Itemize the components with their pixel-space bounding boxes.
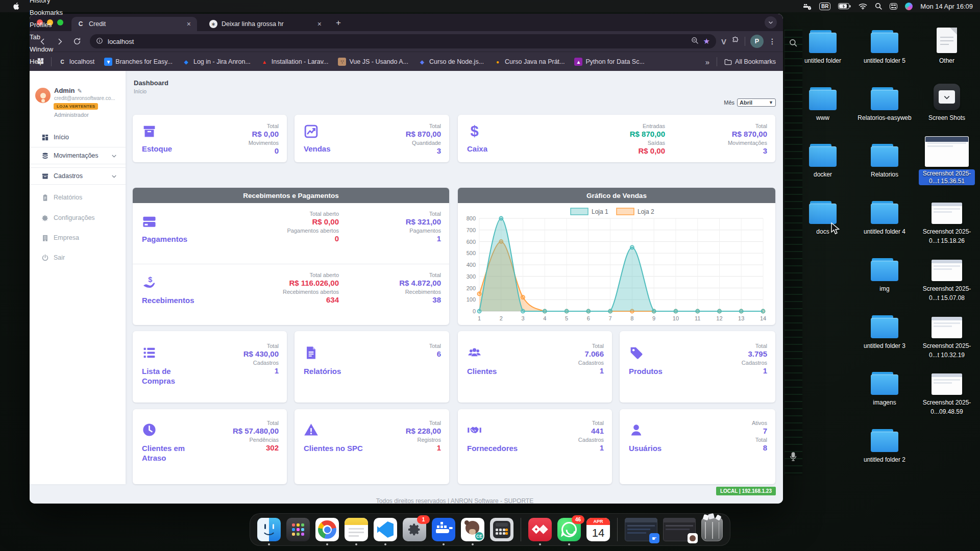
control-center-icon[interactable] [890, 3, 897, 10]
month-select[interactable]: Abril▼ [737, 98, 776, 107]
sidebar-item-empresa[interactable]: Empresa [30, 229, 126, 246]
row-pagamentos[interactable]: PagamentosTotal abertoR$ 0,00Pagamentos … [133, 203, 449, 264]
siri-icon[interactable] [905, 3, 913, 10]
dock-whatsapp[interactable]: 46 [557, 518, 581, 541]
bookmarks-overflow-chevron[interactable]: » [705, 58, 709, 66]
spotlight-search-icon[interactable] [875, 3, 882, 10]
menubar-item-history[interactable]: History [24, 0, 68, 6]
sidebar-item-cadastros[interactable]: Cadastros [30, 167, 126, 185]
bookmark-python-for-data-sc-[interactable]: ▲Python for Data Sc... [574, 58, 644, 66]
input-source-indicator[interactable]: BR [819, 3, 830, 10]
dock-notes[interactable] [345, 518, 368, 541]
close-tab-icon[interactable]: × [186, 20, 192, 28]
reload-button[interactable] [69, 34, 85, 49]
dock-vscode[interactable] [374, 518, 397, 541]
dock-launchpad[interactable] [286, 518, 310, 541]
zoom-icon[interactable] [691, 37, 699, 46]
menubar-item-help[interactable]: Help [24, 55, 68, 67]
menu-dots-icon[interactable]: ⋮ [769, 39, 776, 44]
bookmark-installation-larav-[interactable]: ▲Installation - Larav... [260, 58, 329, 66]
desktop-icon-untitled-folder-2[interactable]: untitled folder 2 [856, 425, 913, 464]
apple-menu-icon[interactable] [7, 0, 24, 12]
card-estoque[interactable]: EstoqueTotalR$ 0,00Movimentos0 [133, 115, 287, 162]
desktop-icon-other[interactable]: Other [919, 27, 975, 65]
dock-calendar[interactable]: APR14 [586, 518, 610, 541]
card-clientes-em-atraso[interactable]: Clientes em AtrasoTotalR$ 57.480,00Pendê… [133, 409, 287, 484]
bookmark-curso-de-node-js-[interactable]: ◈Curso de Node.js... [418, 58, 484, 66]
tab-search-button[interactable] [765, 16, 777, 29]
docker-menu-icon[interactable]: ! [803, 3, 812, 10]
close-tab-icon[interactable]: × [316, 20, 323, 28]
menubar-item-tab[interactable]: Tab [24, 31, 68, 43]
card-clientes-no-spc[interactable]: Clientes no SPCTotalR$ 228,00Registros1 [295, 409, 449, 484]
dock-finder[interactable] [257, 518, 281, 541]
dock-trash[interactable] [701, 518, 723, 541]
folder-icon [795, 84, 851, 110]
dock-settings[interactable]: 1 [403, 518, 426, 541]
edit-pencil-icon[interactable]: ✎ [77, 88, 82, 94]
sidebar-item-configura-es[interactable]: Configurações [30, 209, 126, 227]
desktop-icon-screenshot-2025-0-t-15-07-08[interactable]: Screenshot 2025-0...t 15.07.08 [919, 255, 975, 302]
desktop-icon-untitled-folder-4[interactable]: untitled folder 4 [856, 197, 913, 236]
site-info-icon[interactable] [96, 37, 103, 46]
sidebar-item-sair[interactable]: Sair [30, 249, 126, 266]
battery-icon[interactable] [838, 3, 851, 10]
bookmark-curso-java-na-pr-t-[interactable]: ●Curso Java na Prát... [494, 58, 565, 66]
sidebar-item-movimenta-es[interactable]: Movimentações [30, 147, 126, 164]
dock-anydesk[interactable] [528, 518, 552, 541]
url-text[interactable]: localhost [108, 38, 134, 45]
bookmark-branches-for-easy-[interactable]: ▼Branches for Easy... [104, 58, 173, 66]
menubar-item-window[interactable]: Window [24, 43, 68, 55]
desktop-icon-www[interactable]: www [795, 84, 851, 122]
desktop-icon-screenshot-2025-0-t-15-36-51[interactable]: Screenshot 2025-0...t 15.36.51 [919, 140, 975, 185]
desktop-icon-img[interactable]: img [856, 255, 913, 293]
card-vendas[interactable]: VendasTotalR$ 870,00Quantidade3 [295, 115, 449, 162]
desktop-icon-docs[interactable]: docs [795, 197, 851, 236]
desktop-icon-imagens[interactable]: imagens [856, 368, 913, 407]
menubar-item-profiles[interactable]: Profiles [24, 18, 68, 31]
stat-label: Total [691, 343, 767, 349]
menubar-item-bookmarks[interactable]: Bookmarks [24, 6, 68, 18]
new-tab-button[interactable]: + [332, 16, 345, 30]
profile-avatar[interactable]: P [750, 35, 764, 48]
menubar-clock[interactable]: Mon 14 Apr 16:09 [920, 3, 973, 10]
bookmark-log-in-jira-anron-[interactable]: ◆Log in - Jira Anron... [182, 58, 251, 66]
desktop-icon-docker[interactable]: docker [795, 140, 851, 179]
tab-credit[interactable]: C Credit × [71, 17, 197, 31]
dock-chrome[interactable] [315, 518, 339, 541]
desktop-icon-screenshot-2025-0-t-15-18-26[interactable]: Screenshot 2025-0...t 15.18.26 [919, 197, 975, 245]
sidebar-item-in-cio[interactable]: Início [30, 129, 126, 146]
dock-dbeaver[interactable]: CE [461, 518, 484, 541]
dock-window-thumb-1[interactable]: ☛ [625, 518, 657, 541]
card-stats: TotalR$ 0,00Movimentos0 [177, 121, 279, 155]
all-bookmarks-button[interactable]: All Bookmarks [724, 58, 776, 65]
card-usuarios[interactable]: UsuáriosAtivos7Total8 [620, 409, 775, 484]
bookmark-vue-js-usando-a-[interactable]: ∵Vue JS - Usando A... [338, 58, 408, 66]
dock-docker[interactable] [432, 518, 455, 541]
dock-calculator[interactable] [490, 518, 513, 541]
bookmark-star-icon[interactable]: ★ [703, 37, 710, 46]
desktop-icon-untitled-folder[interactable]: untitled folder [795, 27, 851, 65]
vue-devtools-icon[interactable]: V [721, 37, 726, 46]
row-recebimentos[interactable]: $RecebimentosTotal abertoR$ 116.026,00Re… [133, 264, 449, 325]
tab-deixar-linha[interactable]: ∗ Deixar linha grossa hr × [204, 17, 328, 31]
user-avatar[interactable] [35, 88, 51, 103]
address-bar[interactable]: localhost ★ [90, 34, 716, 48]
desktop-icon-relatorios-easyweb[interactable]: Relatorios-easyweb [856, 84, 913, 122]
card-caixa[interactable]: $CaixaEntradasR$ 870,00SaídasR$ 0,00Tota… [458, 115, 775, 162]
dock-window-thumb-2[interactable] [663, 518, 696, 541]
sidebar-item-relat-rios[interactable]: Relatórios [30, 189, 126, 206]
desktop-icon-relatorios[interactable]: Relatorios [856, 140, 913, 179]
wifi-icon[interactable] [859, 3, 867, 10]
desktop-icon-screenshot-2025-0-09-48-59[interactable]: Screenshot 2025-0...09.48.59 [919, 368, 975, 416]
card-produtos[interactable]: ProdutosTotal3.795Cadastros1 [620, 331, 775, 403]
desktop-icon-untitled-folder-3[interactable]: untitled folder 3 [856, 312, 913, 350]
desktop-icon-untitled-folder-5[interactable]: untitled folder 5 [856, 27, 913, 65]
extensions-puzzle-icon[interactable] [731, 36, 740, 46]
desktop-icon-screenshot-2025-0-t-10-32-19[interactable]: Screenshot 2025-0...t 10.32.19 [919, 312, 975, 359]
card-fornecedores[interactable]: FornecedoresTotal441Cadastros1 [458, 409, 612, 484]
card-lista-de-compras[interactable]: Lista de ComprasTotalR$ 430,00Cadastros1 [133, 331, 287, 403]
desktop-icon-screen-shots[interactable]: Screen Shots [919, 84, 975, 122]
card-relatorios[interactable]: RelatóriosTotal6 [295, 331, 449, 403]
card-clientes[interactable]: ClientesTotal7.066Cadastros1 [458, 331, 612, 403]
